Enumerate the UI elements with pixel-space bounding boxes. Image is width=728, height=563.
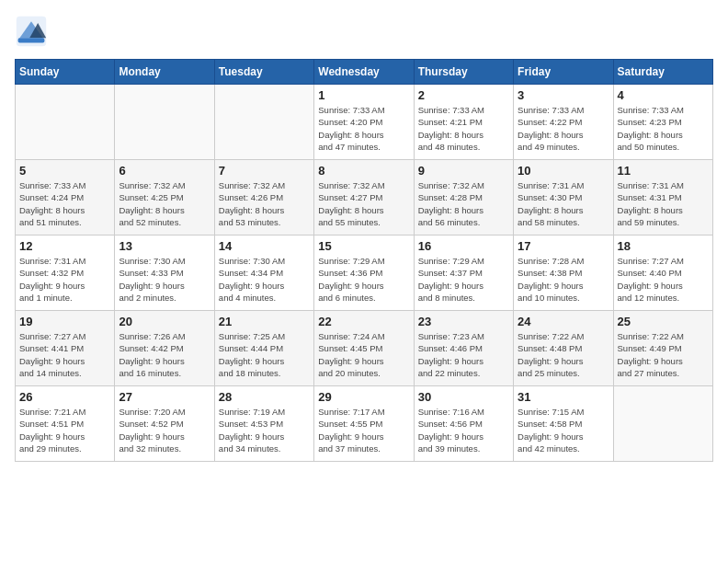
calendar-cell bbox=[16, 85, 115, 160]
day-info: Sunrise: 7:33 AM Sunset: 4:20 PM Dayligh… bbox=[318, 104, 409, 153]
day-number: 4 bbox=[618, 88, 709, 102]
calendar-cell: 31Sunrise: 7:15 AM Sunset: 4:58 PM Dayli… bbox=[514, 386, 613, 462]
page-header bbox=[15, 15, 713, 48]
day-info: Sunrise: 7:26 AM Sunset: 4:42 PM Dayligh… bbox=[119, 330, 210, 379]
calendar-cell: 19Sunrise: 7:27 AM Sunset: 4:41 PM Dayli… bbox=[16, 311, 115, 386]
calendar-cell: 4Sunrise: 7:33 AM Sunset: 4:23 PM Daylig… bbox=[613, 85, 712, 160]
calendar-cell: 11Sunrise: 7:31 AM Sunset: 4:31 PM Dayli… bbox=[613, 160, 712, 236]
day-info: Sunrise: 7:24 AM Sunset: 4:45 PM Dayligh… bbox=[318, 330, 409, 379]
calendar-cell: 28Sunrise: 7:19 AM Sunset: 4:53 PM Dayli… bbox=[214, 386, 313, 462]
calendar-cell: 18Sunrise: 7:27 AM Sunset: 4:40 PM Dayli… bbox=[613, 236, 712, 311]
day-number: 23 bbox=[418, 315, 509, 328]
day-number: 14 bbox=[219, 239, 310, 253]
day-info: Sunrise: 7:23 AM Sunset: 4:46 PM Dayligh… bbox=[418, 330, 509, 379]
day-info: Sunrise: 7:28 AM Sunset: 4:38 PM Dayligh… bbox=[518, 255, 609, 304]
weekday-header-wednesday: Wednesday bbox=[314, 60, 414, 85]
day-info: Sunrise: 7:32 AM Sunset: 4:27 PM Dayligh… bbox=[318, 179, 409, 228]
day-info: Sunrise: 7:20 AM Sunset: 4:52 PM Dayligh… bbox=[119, 406, 210, 454]
day-number: 26 bbox=[19, 390, 110, 404]
day-info: Sunrise: 7:21 AM Sunset: 4:51 PM Dayligh… bbox=[19, 406, 110, 454]
day-number: 16 bbox=[418, 239, 509, 253]
weekday-header-tuesday: Tuesday bbox=[214, 60, 313, 85]
day-number: 30 bbox=[418, 390, 509, 404]
calendar-cell: 22Sunrise: 7:24 AM Sunset: 4:45 PM Dayli… bbox=[314, 311, 414, 386]
calendar-cell: 15Sunrise: 7:29 AM Sunset: 4:36 PM Dayli… bbox=[314, 236, 414, 311]
calendar-cell: 10Sunrise: 7:31 AM Sunset: 4:30 PM Dayli… bbox=[514, 160, 613, 236]
svg-rect-4 bbox=[18, 38, 45, 42]
calendar-table: SundayMondayTuesdayWednesdayThursdayFrid… bbox=[15, 59, 713, 462]
day-info: Sunrise: 7:29 AM Sunset: 4:36 PM Dayligh… bbox=[318, 255, 409, 304]
calendar-cell: 3Sunrise: 7:33 AM Sunset: 4:22 PM Daylig… bbox=[514, 85, 613, 160]
day-number: 27 bbox=[119, 390, 210, 404]
day-info: Sunrise: 7:32 AM Sunset: 4:25 PM Dayligh… bbox=[119, 179, 210, 228]
calendar-cell: 14Sunrise: 7:30 AM Sunset: 4:34 PM Dayli… bbox=[214, 236, 313, 311]
day-info: Sunrise: 7:31 AM Sunset: 4:30 PM Dayligh… bbox=[518, 179, 609, 228]
calendar-cell bbox=[613, 386, 712, 462]
day-number: 21 bbox=[219, 315, 310, 328]
calendar-cell: 5Sunrise: 7:33 AM Sunset: 4:24 PM Daylig… bbox=[16, 160, 115, 236]
calendar-cell: 9Sunrise: 7:32 AM Sunset: 4:28 PM Daylig… bbox=[414, 160, 513, 236]
day-number: 18 bbox=[618, 239, 709, 253]
weekday-header-sunday: Sunday bbox=[16, 60, 115, 85]
day-number: 25 bbox=[618, 315, 709, 328]
logo-icon bbox=[15, 15, 48, 48]
calendar-cell: 21Sunrise: 7:25 AM Sunset: 4:44 PM Dayli… bbox=[214, 311, 313, 386]
calendar-cell: 20Sunrise: 7:26 AM Sunset: 4:42 PM Dayli… bbox=[115, 311, 214, 386]
day-info: Sunrise: 7:33 AM Sunset: 4:24 PM Dayligh… bbox=[19, 179, 110, 228]
day-info: Sunrise: 7:27 AM Sunset: 4:41 PM Dayligh… bbox=[19, 330, 110, 379]
day-info: Sunrise: 7:19 AM Sunset: 4:53 PM Dayligh… bbox=[219, 406, 310, 454]
day-number: 8 bbox=[318, 164, 409, 178]
calendar-cell: 30Sunrise: 7:16 AM Sunset: 4:56 PM Dayli… bbox=[414, 386, 513, 462]
day-number: 6 bbox=[119, 164, 210, 178]
weekday-header-saturday: Saturday bbox=[613, 60, 712, 85]
day-info: Sunrise: 7:31 AM Sunset: 4:32 PM Dayligh… bbox=[19, 255, 110, 304]
logo bbox=[15, 15, 53, 48]
weekday-header-friday: Friday bbox=[514, 60, 613, 85]
day-number: 15 bbox=[318, 239, 409, 253]
day-info: Sunrise: 7:30 AM Sunset: 4:34 PM Dayligh… bbox=[219, 255, 310, 304]
day-number: 11 bbox=[618, 164, 709, 178]
day-number: 2 bbox=[418, 88, 509, 102]
day-info: Sunrise: 7:33 AM Sunset: 4:22 PM Dayligh… bbox=[518, 104, 609, 153]
calendar-cell: 1Sunrise: 7:33 AM Sunset: 4:20 PM Daylig… bbox=[314, 85, 414, 160]
day-info: Sunrise: 7:31 AM Sunset: 4:31 PM Dayligh… bbox=[618, 179, 709, 228]
day-number: 13 bbox=[119, 239, 210, 253]
day-number: 29 bbox=[318, 390, 409, 404]
calendar-cell: 2Sunrise: 7:33 AM Sunset: 4:21 PM Daylig… bbox=[414, 85, 513, 160]
calendar-cell: 27Sunrise: 7:20 AM Sunset: 4:52 PM Dayli… bbox=[115, 386, 214, 462]
calendar-cell: 12Sunrise: 7:31 AM Sunset: 4:32 PM Dayli… bbox=[16, 236, 115, 311]
day-number: 5 bbox=[19, 164, 110, 178]
day-number: 9 bbox=[418, 164, 509, 178]
day-info: Sunrise: 7:30 AM Sunset: 4:33 PM Dayligh… bbox=[119, 255, 210, 304]
day-info: Sunrise: 7:27 AM Sunset: 4:40 PM Dayligh… bbox=[618, 255, 709, 304]
weekday-header-monday: Monday bbox=[115, 60, 214, 85]
day-info: Sunrise: 7:16 AM Sunset: 4:56 PM Dayligh… bbox=[418, 406, 509, 454]
day-number: 22 bbox=[318, 315, 409, 328]
day-info: Sunrise: 7:22 AM Sunset: 4:48 PM Dayligh… bbox=[518, 330, 609, 379]
calendar-cell: 6Sunrise: 7:32 AM Sunset: 4:25 PM Daylig… bbox=[115, 160, 214, 236]
day-number: 20 bbox=[119, 315, 210, 328]
day-info: Sunrise: 7:15 AM Sunset: 4:58 PM Dayligh… bbox=[518, 406, 609, 454]
day-number: 28 bbox=[219, 390, 310, 404]
day-number: 12 bbox=[19, 239, 110, 253]
calendar-cell: 7Sunrise: 7:32 AM Sunset: 4:26 PM Daylig… bbox=[214, 160, 313, 236]
calendar-cell bbox=[115, 85, 214, 160]
day-info: Sunrise: 7:17 AM Sunset: 4:55 PM Dayligh… bbox=[318, 406, 409, 454]
day-number: 24 bbox=[518, 315, 609, 328]
calendar-cell: 26Sunrise: 7:21 AM Sunset: 4:51 PM Dayli… bbox=[16, 386, 115, 462]
day-number: 31 bbox=[518, 390, 609, 404]
calendar-cell: 13Sunrise: 7:30 AM Sunset: 4:33 PM Dayli… bbox=[115, 236, 214, 311]
day-number: 10 bbox=[518, 164, 609, 178]
day-number: 19 bbox=[19, 315, 110, 328]
day-info: Sunrise: 7:33 AM Sunset: 4:23 PM Dayligh… bbox=[618, 104, 709, 153]
day-number: 17 bbox=[518, 239, 609, 253]
day-number: 1 bbox=[318, 88, 409, 102]
day-number: 3 bbox=[518, 88, 609, 102]
calendar-cell: 29Sunrise: 7:17 AM Sunset: 4:55 PM Dayli… bbox=[314, 386, 414, 462]
weekday-header-thursday: Thursday bbox=[414, 60, 513, 85]
day-info: Sunrise: 7:22 AM Sunset: 4:49 PM Dayligh… bbox=[618, 330, 709, 379]
day-info: Sunrise: 7:25 AM Sunset: 4:44 PM Dayligh… bbox=[219, 330, 310, 379]
day-info: Sunrise: 7:32 AM Sunset: 4:28 PM Dayligh… bbox=[418, 179, 509, 228]
calendar-cell: 24Sunrise: 7:22 AM Sunset: 4:48 PM Dayli… bbox=[514, 311, 613, 386]
calendar-cell: 8Sunrise: 7:32 AM Sunset: 4:27 PM Daylig… bbox=[314, 160, 414, 236]
